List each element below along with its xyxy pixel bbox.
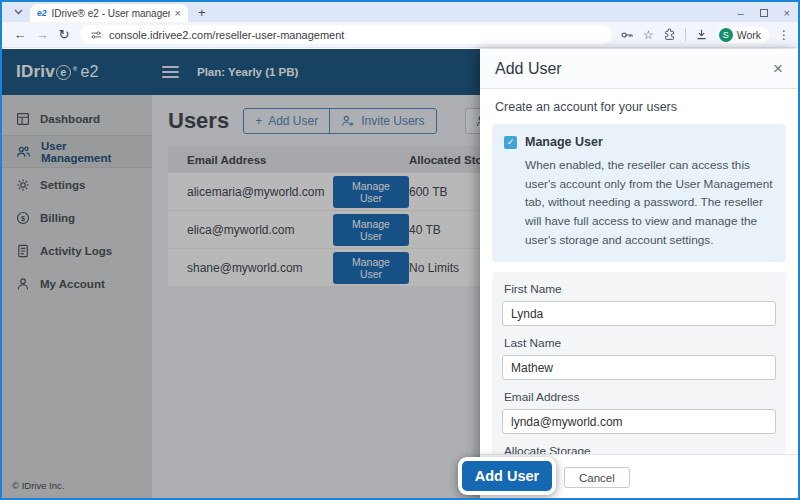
email-field[interactable] (502, 409, 776, 434)
add-user-panel: Add User × Create an account for your us… (480, 49, 798, 498)
toolbar-actions: ☆ S Work ⋮ (620, 27, 790, 43)
maximize-icon[interactable] (760, 9, 768, 17)
url-text: console.idrivee2.com/reseller-user-manag… (109, 29, 344, 41)
app-root: IDrive®e2 Plan: Yearly (1 PB) Dashboard … (2, 49, 798, 498)
panel-close-icon[interactable]: × (773, 60, 783, 77)
manage-user-checkbox[interactable]: ✓ (504, 136, 517, 149)
email-address-label: Email Address (504, 390, 776, 404)
refresh-icon[interactable]: ↻ (54, 27, 74, 42)
browser-toolbar: ← → ↻ console.idrivee2.com/reseller-user… (2, 22, 798, 48)
chevron-down-icon (14, 9, 23, 15)
tab-close-icon[interactable]: × (175, 7, 181, 19)
new-tab-button[interactable]: + (198, 5, 206, 20)
avatar: S (719, 28, 733, 42)
window-controls: – × (737, 7, 790, 22)
cancel-button[interactable]: Cancel (564, 467, 630, 488)
forward-icon[interactable]: → (32, 27, 52, 42)
site-info-icon[interactable] (90, 29, 102, 41)
back-icon[interactable]: ← (10, 27, 30, 42)
panel-footer: Add User Cancel (480, 454, 798, 498)
window-close-icon[interactable]: × (784, 7, 790, 19)
last-name-field[interactable] (502, 355, 776, 380)
first-name-field[interactable] (502, 301, 776, 326)
tab-title: IDrive® e2 - User management (51, 8, 169, 19)
tab-strip: e2 IDrive® e2 - User management × + – × (2, 2, 798, 22)
password-key-icon[interactable] (620, 29, 634, 41)
manage-user-label: Manage User (525, 135, 603, 149)
first-name-label: First Name (504, 282, 776, 296)
extensions-icon[interactable] (663, 28, 676, 41)
url-bar[interactable]: console.idrivee2.com/reseller-user-manag… (80, 25, 612, 44)
bookmark-star-icon[interactable]: ☆ (643, 28, 654, 42)
favicon-e2-icon: e2 (37, 8, 46, 18)
download-icon[interactable] (695, 28, 708, 41)
manage-user-infobox: ✓ Manage User When enabled, the reseller… (492, 124, 786, 262)
browser-menu-icon[interactable]: ⋮ (778, 28, 790, 42)
toolbar-divider (685, 28, 686, 41)
panel-title: Add User (495, 60, 562, 78)
last-name-label: Last Name (504, 336, 776, 350)
browser-window: e2 IDrive® e2 - User management × + – × … (0, 0, 800, 500)
manage-user-description: When enabled, the reseller can access th… (525, 156, 778, 249)
minimize-icon[interactable]: – (737, 7, 743, 19)
browser-tab[interactable]: e2 IDrive® e2 - User management × (30, 4, 188, 22)
profile-name: Work (737, 29, 761, 41)
profile-button[interactable]: S Work (717, 27, 769, 43)
panel-header: Add User × (480, 49, 798, 89)
add-user-submit-button[interactable]: Add User (458, 457, 556, 495)
panel-subtitle: Create an account for your users (495, 100, 783, 114)
tab-search-button[interactable] (10, 4, 26, 20)
